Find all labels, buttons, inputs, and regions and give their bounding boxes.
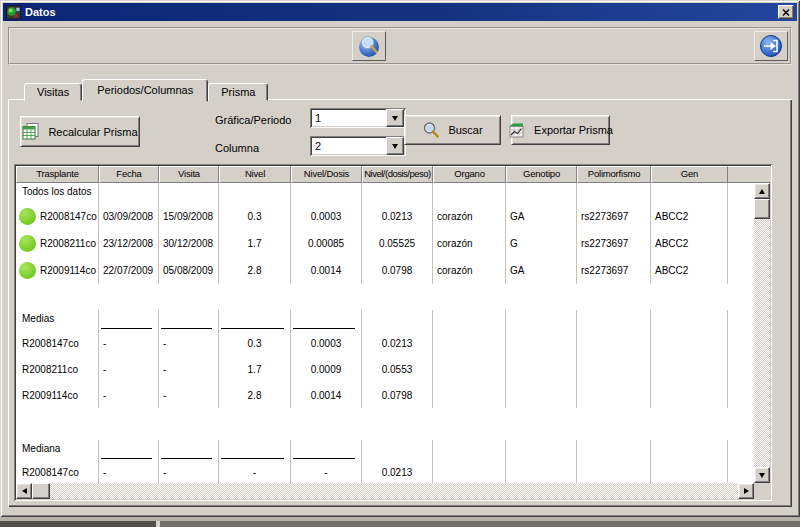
- column-header[interactable]: Nivel/(dosis/peso): [362, 166, 433, 183]
- cell: corazón: [433, 230, 506, 257]
- cell: [219, 310, 291, 330]
- scroll-track[interactable]: [50, 483, 738, 499]
- column-header[interactable]: Fecha: [99, 166, 159, 183]
- cell: [506, 440, 577, 460]
- cell: 0.0553: [362, 356, 433, 382]
- cell: G: [506, 230, 577, 257]
- trasplante-cell: R2008147co: [16, 203, 99, 230]
- cell: [506, 382, 577, 408]
- cell: [506, 310, 577, 330]
- section-label-row: Mediana: [16, 440, 754, 460]
- magnifier-sphere-icon: [356, 33, 382, 59]
- cell: [291, 183, 362, 203]
- titlebar[interactable]: Datos: [3, 3, 797, 21]
- scrollbar-corner: [754, 483, 770, 499]
- column-header[interactable]: Gen: [651, 166, 728, 183]
- section-label-row: Medias: [16, 310, 754, 330]
- buscar-label: Buscar: [448, 124, 482, 136]
- table-row[interactable]: R2008147co03/09/200815/09/20080.30.00030…: [16, 203, 754, 230]
- cell: [506, 460, 577, 483]
- scroll-down-button[interactable]: [754, 467, 770, 483]
- table-row[interactable]: R2008211co23/12/200830/12/20081.70.00085…: [16, 230, 754, 257]
- cell: [651, 356, 728, 382]
- cell: 0.05525: [362, 230, 433, 257]
- cell: 0.0798: [362, 382, 433, 408]
- scroll-right-button[interactable]: [738, 483, 754, 499]
- tab-visitas[interactable]: Visitas: [24, 83, 82, 101]
- grafica-periodo-combobox[interactable]: 1: [310, 108, 406, 128]
- cell: [362, 440, 433, 460]
- section-label-row: Todos los datos: [16, 183, 754, 203]
- triangle-down-icon: [759, 473, 765, 478]
- app-icon: [6, 5, 21, 20]
- trasplante-id: R2008211co: [22, 364, 78, 375]
- cell: [651, 310, 728, 330]
- spreadsheet-icon: [22, 123, 41, 140]
- close-button[interactable]: [778, 5, 794, 19]
- cell: 0.0213: [362, 460, 433, 483]
- cell: [651, 460, 728, 483]
- cell: [577, 183, 651, 203]
- tab-periodos-columnas[interactable]: Periodos/Columnas: [82, 79, 208, 102]
- tab-prisma[interactable]: Prisma: [208, 83, 268, 101]
- grafica-periodo-label: Gráfica/Periodo: [215, 114, 291, 126]
- vertical-scrollbar[interactable]: [754, 183, 770, 483]
- tab-control: VisitasPeriodos/ColumnasPrisma Recalcula…: [8, 79, 792, 507]
- table-row[interactable]: R2009114co22/07/200905/08/20092.80.00140…: [16, 257, 754, 284]
- cell: [506, 356, 577, 382]
- cell: -: [159, 460, 219, 483]
- cell: 0.0009: [291, 356, 362, 382]
- taskbar-segment: [0, 521, 156, 527]
- columna-label: Columna: [215, 142, 259, 154]
- columna-combobox[interactable]: 2: [310, 136, 406, 156]
- cell: 23/12/2008: [99, 230, 159, 257]
- exportar-prisma-label: Exportar Prisma: [534, 124, 613, 136]
- window-title: Datos: [25, 3, 56, 21]
- horizontal-scroll-thumb[interactable]: [32, 483, 50, 499]
- trasplante-cell: R2008211co: [16, 356, 99, 382]
- cell: -: [99, 356, 159, 382]
- cell: rs2273697: [577, 257, 651, 284]
- cell: [577, 330, 651, 356]
- cell: -: [99, 382, 159, 408]
- table-row[interactable]: R2008147co----0.0213: [16, 460, 754, 483]
- cell: -: [219, 460, 291, 483]
- scroll-up-button[interactable]: [754, 183, 770, 199]
- cell: 03/09/2008: [99, 203, 159, 230]
- table-row[interactable]: R2008211co--1.70.00090.0553: [16, 356, 754, 382]
- triangle-up-icon: [759, 189, 765, 194]
- taskbar-edge: [0, 517, 800, 527]
- scroll-left-button[interactable]: [16, 483, 32, 499]
- cell: [159, 310, 219, 330]
- cell: [291, 440, 362, 460]
- vertical-scroll-thumb[interactable]: [754, 199, 770, 219]
- table-row[interactable]: R2009114co--2.80.00140.0798: [16, 382, 754, 408]
- cell: [433, 310, 506, 330]
- buscar-button[interactable]: Buscar: [404, 115, 501, 145]
- column-header[interactable]: Nivel/Dosis: [291, 166, 362, 183]
- column-header[interactable]: Organo: [433, 166, 506, 183]
- column-header[interactable]: Genotipo: [506, 166, 577, 183]
- cell: [433, 356, 506, 382]
- column-header[interactable]: Nivel: [219, 166, 291, 183]
- recalcular-prisma-label: Recalcular Prisma: [48, 126, 137, 138]
- column-header[interactable]: Visita: [159, 166, 219, 183]
- recalcular-prisma-button[interactable]: Recalcular Prisma: [20, 116, 140, 147]
- cell: -: [159, 356, 219, 382]
- column-header[interactable]: Trasplante: [16, 166, 99, 183]
- cell: GA: [506, 203, 577, 230]
- column-header[interactable]: Polimorfismo: [577, 166, 651, 183]
- horizontal-scrollbar[interactable]: [16, 483, 754, 499]
- chevron-down-icon[interactable]: [386, 137, 404, 155]
- exportar-prisma-button[interactable]: Exportar Prisma: [511, 115, 610, 145]
- cell: 0.0213: [362, 330, 433, 356]
- exit-button[interactable]: [754, 31, 788, 61]
- cell: [219, 440, 291, 460]
- search-toolbar-button[interactable]: [352, 31, 386, 61]
- section-label: Mediana: [16, 440, 99, 460]
- cell: 1.7: [219, 356, 291, 382]
- table-row[interactable]: R2008147co--0.30.00030.0213: [16, 330, 754, 356]
- grafica-periodo-value: 1: [310, 112, 384, 124]
- chevron-down-icon[interactable]: [386, 109, 404, 127]
- status-dot-icon: [19, 235, 36, 252]
